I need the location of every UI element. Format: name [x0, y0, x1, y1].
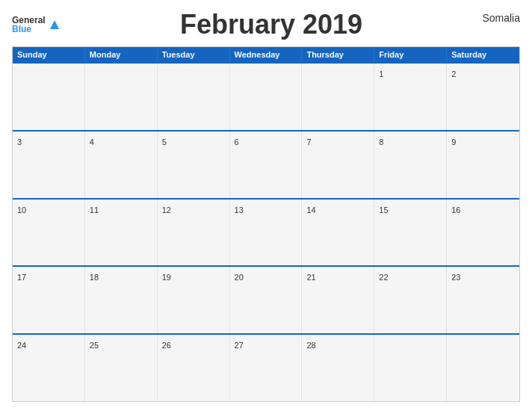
country-label: Somalia: [482, 9, 520, 24]
logo-icon: [49, 19, 61, 31]
cal-cell-w3-thu: 14: [302, 200, 374, 266]
cal-cell-w3-mon: 11: [85, 200, 158, 266]
cal-cell-w4-tue: 19: [158, 267, 230, 333]
cal-cell-w3-wed: 13: [230, 200, 303, 266]
cal-cell-w1-sat: 2: [447, 64, 519, 130]
cal-cell-w5-fri: [374, 335, 447, 401]
logo-text: General Blue: [12, 16, 46, 34]
logo-blue-text: Blue: [12, 25, 46, 34]
cal-cell-w3-sun: 10: [13, 200, 85, 266]
calendar-week-5: 24 25 26 27 28: [13, 333, 519, 401]
header-monday: Monday: [85, 47, 158, 62]
cal-cell-w4-sun: 17: [13, 267, 85, 333]
cal-cell-w3-fri: 15: [374, 200, 447, 266]
logo: General Blue: [12, 16, 61, 34]
cal-cell-w1-thu: [302, 64, 374, 130]
calendar-header-row: Sunday Monday Tuesday Wednesday Thursday…: [13, 47, 519, 62]
page-title: February 2019: [61, 9, 483, 40]
cal-cell-w5-wed: 27: [230, 335, 303, 401]
header-tuesday: Tuesday: [158, 47, 230, 62]
cal-cell-w2-sun: 3: [13, 132, 85, 198]
calendar-week-3: 10 11 12 13 14 15 16: [13, 198, 519, 266]
calendar-grid: Sunday Monday Tuesday Wednesday Thursday…: [12, 46, 520, 402]
cal-cell-w5-sat: [447, 335, 519, 401]
svg-marker-0: [50, 20, 59, 29]
cal-cell-w3-sat: 16: [447, 200, 519, 266]
header-wednesday: Wednesday: [230, 47, 303, 62]
header-friday: Friday: [374, 47, 447, 62]
cal-cell-w4-mon: 18: [85, 267, 158, 333]
cal-cell-w4-sat: 23: [447, 267, 519, 333]
cal-cell-w2-fri: 8: [374, 132, 447, 198]
cal-cell-w2-wed: 6: [230, 132, 303, 198]
cal-cell-w2-sat: 9: [447, 132, 519, 198]
cal-cell-w4-fri: 22: [374, 267, 447, 333]
calendar-page: General Blue February 2019 Somalia Sunda…: [0, 0, 532, 411]
cal-cell-w1-fri: 1: [374, 64, 447, 130]
header-sunday: Sunday: [13, 47, 85, 62]
calendar-week-1: 1 2: [13, 62, 519, 130]
cal-cell-w1-sun: [13, 64, 85, 130]
cal-cell-w5-sun: 24: [13, 335, 85, 401]
calendar-week-2: 3 4 5 6 7 8 9: [13, 130, 519, 198]
cal-cell-w2-tue: 5: [158, 132, 230, 198]
cal-cell-w1-tue: [158, 64, 230, 130]
cal-cell-w1-wed: [230, 64, 303, 130]
page-header: General Blue February 2019 Somalia: [12, 9, 520, 40]
cal-cell-w3-tue: 12: [158, 200, 230, 266]
cal-cell-w5-tue: 26: [158, 335, 230, 401]
header-saturday: Saturday: [447, 47, 519, 62]
calendar-week-4: 17 18 19 20 21 22 23: [13, 265, 519, 333]
cal-cell-w4-thu: 21: [302, 267, 374, 333]
cal-cell-w5-thu: 28: [302, 335, 374, 401]
cal-cell-w1-mon: [85, 64, 158, 130]
calendar-body: 1 2 3 4 5 6 7 8 9 10 11 12 13 14 15: [13, 62, 519, 401]
cal-cell-w2-mon: 4: [85, 132, 158, 198]
cal-cell-w2-thu: 7: [302, 132, 374, 198]
cal-cell-w5-mon: 25: [85, 335, 158, 401]
header-thursday: Thursday: [302, 47, 374, 62]
cal-cell-w4-wed: 20: [230, 267, 303, 333]
